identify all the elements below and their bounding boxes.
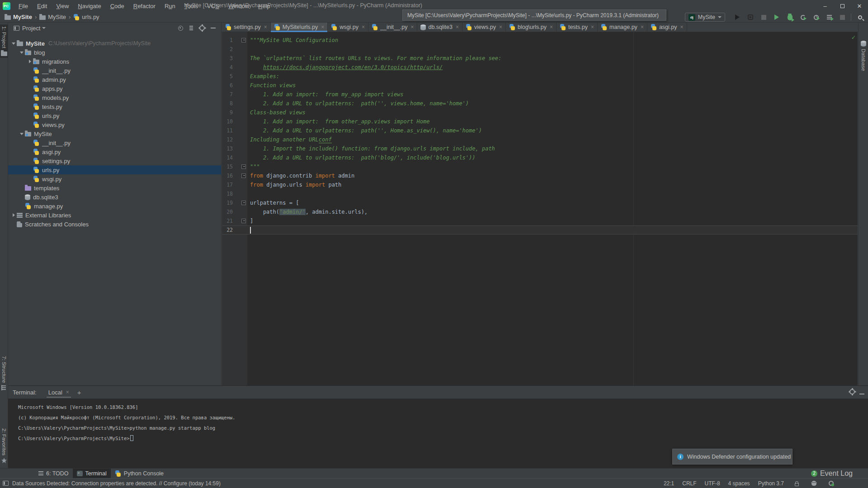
tree-item-db-sqlite3[interactable]: db.sqlite3	[8, 192, 221, 202]
close-button[interactable]: ✕	[851, 0, 868, 12]
tool-window-terminal[interactable]: Terminal	[73, 469, 111, 479]
close-tab-icon[interactable]: ×	[362, 24, 365, 30]
tree-item-mysite[interactable]: MySite	[8, 129, 221, 138]
minimize-button[interactable]: –	[816, 0, 834, 12]
close-tab-icon[interactable]: ×	[499, 24, 502, 30]
status-python-3-7[interactable]: Python 3.7	[758, 480, 784, 487]
tab-tests-py[interactable]: tests.py×	[557, 23, 598, 32]
tree-item-views-py[interactable]: views.py	[8, 120, 221, 129]
run-button[interactable]	[772, 13, 781, 22]
close-tab-icon[interactable]: ×	[456, 24, 459, 30]
notification-balloon[interactable]: i Windows Defender configuration updated	[672, 449, 793, 465]
stripe-structure[interactable]: 7: Structure	[0, 356, 8, 390]
close-icon[interactable]: ×	[66, 389, 69, 395]
menu-view[interactable]: View	[52, 1, 73, 11]
run-configuration-select[interactable]: dj MySite	[685, 13, 725, 22]
breadcrumb-urls-py[interactable]: urls.py	[73, 14, 99, 20]
menu-navigate[interactable]: Navigate	[73, 1, 105, 11]
menu-run[interactable]: Run	[160, 1, 180, 11]
status-crlf[interactable]: CRLF	[682, 480, 696, 487]
tab-wsgi-py[interactable]: wsgi.py×	[328, 23, 368, 32]
close-tab-icon[interactable]: ×	[641, 24, 644, 30]
tree-item-models-py[interactable]: models.py	[8, 93, 221, 102]
breadcrumb-mysite[interactable]: MySite	[5, 14, 32, 20]
collapse-all-button[interactable]	[186, 23, 197, 33]
run-disabled-button[interactable]	[733, 13, 742, 22]
write-access-lock-button[interactable]	[792, 479, 801, 488]
tab-init-py[interactable]: __init__.py×	[368, 23, 417, 32]
profiler-button[interactable]	[811, 13, 821, 22]
tab-blog-urls-py[interactable]: blog\urls.py×	[506, 23, 557, 32]
close-tab-icon[interactable]: ×	[591, 24, 594, 30]
stop-disabled-button[interactable]	[759, 13, 768, 22]
fold-marker-icon[interactable]	[233, 216, 247, 225]
breadcrumb-mysite[interactable]: MySite	[39, 14, 66, 20]
chevron-down-icon[interactable]	[42, 27, 46, 29]
status-22-1[interactable]: 22:1	[664, 480, 674, 487]
new-terminal-session-button[interactable]: +	[77, 389, 81, 396]
event-log-button[interactable]: 2 Event Log	[811, 469, 853, 478]
code-editor[interactable]: 1"""MySite URL Configuration23The `urlpa…	[222, 36, 858, 235]
panel-settings-button[interactable]	[197, 23, 208, 33]
tree-item-scratches-and-consoles[interactable]: Scratches and Consoles	[8, 220, 221, 229]
fold-marker-icon[interactable]	[233, 162, 247, 171]
menu-refactor[interactable]: Refactor	[129, 1, 160, 11]
close-tab-icon[interactable]: ×	[410, 24, 414, 30]
tree-item-mysite[interactable]: MySiteC:\Users\Valery\PycharmProjects\My…	[8, 39, 221, 48]
tool-window-python-console[interactable]: Python Console	[111, 469, 168, 479]
tree-item-init-py[interactable]: __init__.py	[8, 66, 221, 75]
tab-manage-py[interactable]: manage.py×	[598, 23, 647, 32]
hector-inspections-button[interactable]	[809, 479, 818, 488]
settings-update-button[interactable]	[826, 479, 835, 488]
terminal-settings-button[interactable]	[849, 388, 855, 396]
status-message[interactable]: Data Sources Detected: Connection proper…	[12, 480, 221, 487]
stripe-project[interactable]: 1: Project	[0, 24, 8, 58]
hide-terminal-button[interactable]	[859, 388, 864, 396]
tool-window-switcher-icon[interactable]	[3, 481, 9, 486]
tree-item-settings-py[interactable]: settings.py	[8, 156, 221, 165]
tree-item-asgi-py[interactable]: asgi.py	[8, 147, 221, 156]
menu-file[interactable]: File	[14, 1, 33, 11]
concurrency-diagram-button[interactable]	[825, 13, 834, 22]
tree-item-admin-py[interactable]: admin.py	[8, 75, 221, 84]
tree-item-migrations[interactable]: migrations	[8, 57, 221, 66]
fold-marker-icon[interactable]	[233, 171, 247, 180]
tree-item-blog[interactable]: blog	[8, 48, 221, 57]
close-tab-icon[interactable]: ×	[264, 24, 267, 30]
tree-item-apps-py[interactable]: apps.py	[8, 84, 221, 93]
tree-collapse-arrow[interactable]	[10, 42, 17, 45]
terminal-tab-local[interactable]: Local ×	[47, 386, 71, 399]
run-with-coverage-button[interactable]	[798, 13, 807, 22]
hide-panel-button[interactable]	[208, 23, 218, 33]
profile-disabled-button[interactable]	[746, 13, 755, 22]
close-tab-icon[interactable]: ×	[680, 24, 684, 30]
tab-asgi-py[interactable]: asgi.py×	[647, 23, 687, 32]
fold-marker-icon[interactable]	[233, 198, 247, 207]
tool-window-6-todo[interactable]: 6: TODO	[34, 469, 73, 479]
tree-item-wsgi-py[interactable]: wsgi.py	[8, 174, 221, 183]
close-tab-icon[interactable]: ×	[321, 24, 324, 30]
tree-item-init-py[interactable]: __init__.py	[8, 138, 221, 147]
fold-marker-icon[interactable]	[233, 36, 247, 45]
status-utf-8[interactable]: UTF-8	[705, 480, 720, 487]
tree-item-tests-py[interactable]: tests.py	[8, 102, 221, 111]
search-everywhere-button[interactable]	[855, 13, 864, 22]
stop-button[interactable]	[838, 13, 847, 22]
tree-item-manage-py[interactable]: manage.py	[8, 202, 221, 211]
tree-item-templates[interactable]: templates	[8, 183, 221, 192]
stripe-database[interactable]: Database	[859, 41, 868, 71]
tab-db-sqlite3[interactable]: db.sqlite3×	[417, 23, 462, 32]
tree-collapse-arrow[interactable]	[19, 133, 25, 135]
tab-views-py[interactable]: views.py×	[462, 23, 506, 32]
menu-edit[interactable]: Edit	[33, 1, 52, 11]
status-4-spaces[interactable]: 4 spaces	[728, 480, 750, 487]
stripe-favorites[interactable]: 2: Favorites	[0, 428, 8, 463]
close-tab-icon[interactable]: ×	[550, 24, 553, 30]
tree-expand-arrow[interactable]	[10, 213, 17, 217]
tab-settings-py[interactable]: settings.py×	[222, 23, 271, 32]
tree-item-urls-py[interactable]: urls.py	[8, 111, 221, 120]
tree-item-external-libraries[interactable]: External Libraries	[8, 211, 221, 220]
tree-item-urls-py[interactable]: urls.py	[8, 165, 221, 174]
menu-code[interactable]: Code	[106, 1, 129, 11]
tree-expand-arrow[interactable]	[27, 60, 33, 63]
